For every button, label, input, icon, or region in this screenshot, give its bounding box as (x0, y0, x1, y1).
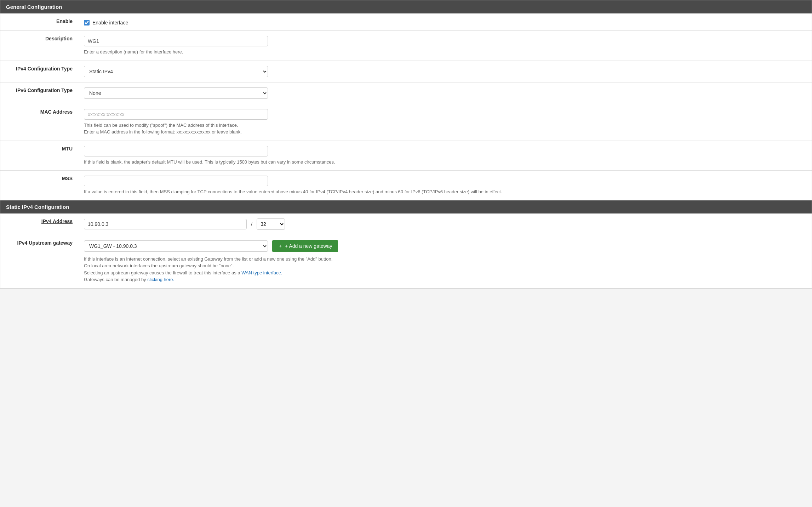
ipv4-config-type-value-cell: None Static IPv4 DHCP PPPoE (78, 61, 812, 82)
static-ipv4-config-header: Static IPv4 Configuration (0, 200, 812, 213)
ipv6-config-type-label: IPv6 Configuration Type (0, 82, 78, 104)
general-config-section: General Configuration Enable Enable inte… (0, 0, 812, 289)
mac-address-help: This field can be used to modify ("spoof… (84, 122, 806, 136)
description-row: Description Enter a description (name) f… (0, 31, 812, 61)
enable-checkbox-container: Enable interface (84, 18, 806, 25)
ipv4-upstream-gateway-label: IPv4 Upstream gateway (0, 235, 78, 288)
cidr-select[interactable]: 8 16 24 25 26 27 28 29 30 31 32 (257, 218, 285, 230)
enable-row: Enable Enable interface (0, 13, 812, 31)
wan-type-interface-link[interactable]: WAN type interface. (241, 270, 282, 275)
gateway-select[interactable]: WG1_GW - 10.90.0.3 (84, 240, 268, 252)
enable-value-cell: Enable interface (78, 13, 812, 31)
mac-address-value-cell: This field can be used to modify ("spoof… (78, 104, 812, 141)
enable-interface-label: Enable interface (92, 20, 128, 25)
enable-label: Enable (0, 13, 78, 31)
ipv4-upstream-gateway-row: IPv4 Upstream gateway WG1_GW - 10.90.0.3… (0, 235, 812, 288)
ipv4-address-input[interactable] (84, 219, 247, 229)
add-gateway-button[interactable]: ＋ + Add a new gateway (272, 240, 338, 252)
static-ipv4-config-title: Static IPv4 Configuration (6, 204, 69, 210)
plus-icon: ＋ (278, 243, 283, 249)
mss-label: MSS (0, 171, 78, 200)
ipv4-config-type-label: IPv4 Configuration Type (0, 61, 78, 82)
ipv4-upstream-gateway-value-cell: WG1_GW - 10.90.0.3 ＋ + Add a new gateway… (78, 235, 812, 288)
ipv4-address-value-cell: / 8 16 24 25 26 27 28 29 30 31 32 (78, 213, 812, 235)
ipv6-config-type-select[interactable]: None Static IPv6 DHCP6 SLAAC 6rd Tunnel … (84, 87, 268, 99)
mtu-input[interactable] (84, 146, 268, 156)
mss-input[interactable] (84, 176, 268, 186)
description-input[interactable] (84, 36, 268, 46)
mac-address-label: MAC Address (0, 104, 78, 141)
gateway-row-container: WG1_GW - 10.90.0.3 ＋ + Add a new gateway (84, 240, 806, 252)
ipv4-config-type-row: IPv4 Configuration Type None Static IPv4… (0, 61, 812, 82)
general-config-table: Enable Enable interface Description Ente… (0, 13, 812, 200)
click-here-link[interactable]: clicking here. (147, 277, 174, 282)
static-ipv4-config-table: IPv4 Address / 8 16 24 25 26 27 28 29 (0, 213, 812, 288)
general-config-header: General Configuration (0, 0, 812, 13)
mss-value-cell: If a value is entered in this field, the… (78, 171, 812, 200)
gateway-help: If this interface is an Internet connect… (84, 256, 806, 283)
description-help: Enter a description (name) for the inter… (84, 49, 806, 56)
mss-row: MSS If a value is entered in this field,… (0, 171, 812, 200)
mtu-label: MTU (0, 141, 78, 171)
mtu-value-cell: If this field is blank, the adapter's de… (78, 141, 812, 171)
mac-address-row: MAC Address This field can be used to mo… (0, 104, 812, 141)
ipv4-address-container: / 8 16 24 25 26 27 28 29 30 31 32 (84, 218, 806, 230)
description-value-cell: Enter a description (name) for the inter… (78, 31, 812, 61)
ipv6-config-type-value-cell: None Static IPv6 DHCP6 SLAAC 6rd Tunnel … (78, 82, 812, 104)
mss-help: If a value is entered in this field, the… (84, 188, 806, 195)
mac-address-input[interactable] (84, 109, 268, 120)
description-label: Description (0, 31, 78, 61)
ipv4-config-type-select[interactable]: None Static IPv4 DHCP PPPoE (84, 66, 268, 77)
enable-interface-checkbox[interactable] (84, 20, 90, 25)
add-gateway-label: + Add a new gateway (285, 243, 332, 249)
ipv4-address-row: IPv4 Address / 8 16 24 25 26 27 28 29 (0, 213, 812, 235)
general-config-title: General Configuration (6, 4, 62, 10)
cidr-separator: / (250, 221, 254, 227)
ipv6-config-type-row: IPv6 Configuration Type None Static IPv6… (0, 82, 812, 104)
ipv4-address-label: IPv4 Address (0, 213, 78, 235)
mtu-row: MTU If this field is blank, the adapter'… (0, 141, 812, 171)
mtu-help: If this field is blank, the adapter's de… (84, 159, 806, 166)
